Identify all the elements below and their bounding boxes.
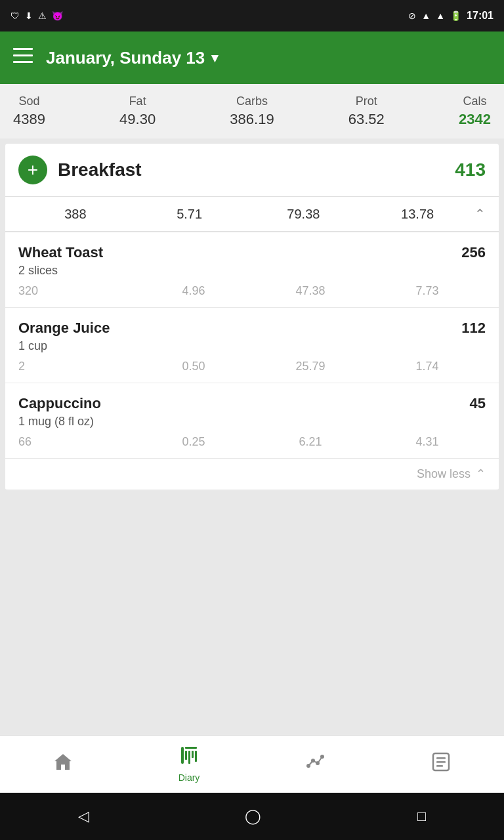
breakfast-calories: 413 bbox=[455, 159, 486, 180]
svg-rect-19 bbox=[436, 765, 443, 767]
cappuccino-calories: 45 bbox=[470, 395, 486, 412]
wheat-toast-header: Wheat Toast 256 bbox=[18, 244, 486, 261]
food-item-wheat-toast[interactable]: Wheat Toast 256 2 slices 320 4.96 47.38 … bbox=[5, 232, 499, 307]
app-bar: January, Sunday 13 ▾ bbox=[0, 32, 504, 84]
orange-juice-prot: 1.74 bbox=[369, 360, 486, 373]
wifi-icon: ▲ bbox=[421, 10, 430, 21]
orange-juice-serving: 1 cup bbox=[18, 339, 486, 353]
wheat-toast-macros: 320 4.96 47.38 7.73 bbox=[18, 284, 486, 298]
summary-fat: Fat 49.30 bbox=[119, 94, 156, 128]
cappuccino-serving: 1 mug (8 fl oz) bbox=[18, 415, 486, 429]
breakfast-prot: 13.78 bbox=[360, 207, 474, 222]
breakfast-macro-row: 388 5.71 79.38 13.78 ⌃ bbox=[5, 196, 499, 232]
carbs-label: Carbs bbox=[236, 94, 268, 108]
status-icons-left: 🛡 ⬇ ⚠ 😈 bbox=[10, 10, 63, 21]
svg-rect-8 bbox=[195, 751, 197, 762]
svg-line-15 bbox=[318, 757, 322, 763]
svg-rect-5 bbox=[185, 751, 187, 760]
cappuccino-prot: 4.31 bbox=[369, 435, 486, 449]
breakfast-section: + Breakfast 413 388 5.71 79.38 13.78 ⌃ W… bbox=[5, 144, 499, 489]
bottom-nav: Diary bbox=[0, 735, 504, 793]
breakfast-fat: 5.71 bbox=[133, 207, 247, 222]
chevron-up-icon: ⌃ bbox=[476, 467, 486, 481]
add-breakfast-button[interactable]: + bbox=[18, 156, 47, 184]
svg-rect-1 bbox=[13, 54, 33, 56]
block-icon: ⊘ bbox=[408, 10, 416, 21]
log-icon bbox=[432, 752, 450, 776]
home-icon bbox=[53, 753, 73, 776]
devil-icon: 😈 bbox=[52, 10, 63, 21]
breakfast-label: Breakfast bbox=[58, 159, 444, 180]
status-bar: 🛡 ⬇ ⚠ 😈 ⊘ ▲ ▲ 🔋 17:01 bbox=[0, 0, 504, 32]
shield-icon: 🛡 bbox=[10, 10, 20, 21]
svg-rect-2 bbox=[13, 61, 33, 63]
main-content: + Breakfast 413 388 5.71 79.38 13.78 ⌃ W… bbox=[5, 144, 499, 490]
prot-label: Prot bbox=[356, 94, 377, 108]
nav-charts[interactable] bbox=[252, 753, 378, 776]
svg-rect-4 bbox=[185, 747, 197, 749]
wheat-toast-serving: 2 slices bbox=[18, 264, 486, 278]
collapse-breakfast-button[interactable]: ⌃ bbox=[474, 206, 486, 222]
menu-button[interactable] bbox=[13, 48, 33, 68]
orange-juice-sod: 2 bbox=[18, 360, 135, 373]
orange-juice-calories: 112 bbox=[461, 320, 486, 337]
signal-icon: ▲ bbox=[436, 10, 445, 21]
show-less-row[interactable]: Show less ⌃ bbox=[5, 458, 499, 489]
wheat-toast-name: Wheat Toast bbox=[18, 244, 103, 261]
orange-juice-name: Orange Juice bbox=[18, 320, 110, 337]
cals-label: Cals bbox=[463, 94, 486, 108]
recents-button[interactable]: □ bbox=[417, 808, 426, 825]
svg-rect-18 bbox=[436, 761, 446, 763]
warning-icon: ⚠ bbox=[38, 10, 47, 21]
wheat-toast-sod: 320 bbox=[18, 284, 135, 298]
orange-juice-header: Orange Juice 112 bbox=[18, 320, 486, 337]
nav-home[interactable] bbox=[0, 753, 126, 776]
food-item-cappuccino[interactable]: Cappuccino 45 1 mug (8 fl oz) 66 0.25 6.… bbox=[5, 383, 499, 458]
prot-value: 63.52 bbox=[348, 111, 385, 128]
fat-value: 49.30 bbox=[119, 111, 156, 128]
system-nav-bar: ◁ ◯ □ bbox=[0, 793, 504, 840]
orange-juice-fat: 0.50 bbox=[135, 360, 252, 373]
wheat-toast-fat: 4.96 bbox=[135, 284, 252, 298]
diary-label: Diary bbox=[178, 772, 200, 783]
summary-carbs: Carbs 386.19 bbox=[230, 94, 274, 128]
back-button[interactable]: ◁ bbox=[78, 808, 89, 825]
food-item-orange-juice[interactable]: Orange Juice 112 1 cup 2 0.50 25.79 1.74 bbox=[5, 307, 499, 383]
nav-diary[interactable]: Diary bbox=[126, 746, 252, 783]
date-label: January, Sunday 13 bbox=[46, 48, 205, 68]
charts-icon bbox=[305, 753, 325, 776]
cappuccino-name: Cappuccino bbox=[18, 395, 101, 412]
svg-rect-0 bbox=[13, 48, 33, 50]
clock: 17:01 bbox=[467, 10, 494, 22]
orange-juice-carbs: 25.79 bbox=[252, 360, 369, 373]
sod-value: 4389 bbox=[13, 111, 45, 128]
carbs-value: 386.19 bbox=[230, 111, 274, 128]
cappuccino-macros: 66 0.25 6.21 4.31 bbox=[18, 435, 486, 449]
wheat-toast-carbs: 47.38 bbox=[252, 284, 369, 298]
diary-icon bbox=[179, 746, 199, 770]
status-icons-right: ⊘ ▲ ▲ 🔋 17:01 bbox=[408, 10, 494, 22]
svg-rect-17 bbox=[436, 757, 446, 759]
cappuccino-fat: 0.25 bbox=[135, 435, 252, 449]
home-button[interactable]: ◯ bbox=[245, 808, 261, 825]
cappuccino-carbs: 6.21 bbox=[252, 435, 369, 449]
breakfast-header: + Breakfast 413 bbox=[5, 144, 499, 196]
battery-icon: 🔋 bbox=[450, 10, 461, 21]
svg-rect-7 bbox=[192, 751, 194, 758]
summary-cals: Cals 2342 bbox=[459, 94, 491, 128]
nav-log[interactable] bbox=[378, 752, 504, 776]
fat-label: Fat bbox=[129, 94, 146, 108]
svg-line-13 bbox=[308, 761, 313, 766]
svg-rect-6 bbox=[188, 751, 190, 764]
wheat-toast-prot: 7.73 bbox=[369, 284, 486, 298]
dropdown-arrow-icon: ▾ bbox=[211, 50, 218, 66]
breakfast-sod: 388 bbox=[18, 207, 133, 222]
date-title[interactable]: January, Sunday 13 ▾ bbox=[46, 48, 218, 68]
wheat-toast-calories: 256 bbox=[461, 244, 486, 261]
summary-sod: Sod 4389 bbox=[13, 94, 45, 128]
orange-juice-macros: 2 0.50 25.79 1.74 bbox=[18, 360, 486, 373]
cals-value: 2342 bbox=[459, 111, 491, 128]
sod-label: Sod bbox=[18, 94, 39, 108]
plus-icon: + bbox=[28, 161, 38, 179]
download-icon: ⬇ bbox=[25, 10, 33, 21]
